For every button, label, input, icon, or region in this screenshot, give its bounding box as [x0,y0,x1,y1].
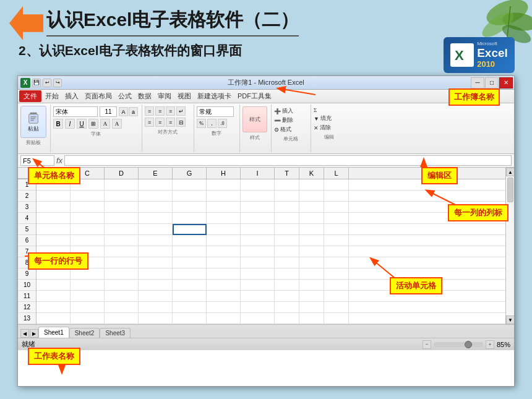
grid-cell[interactable] [299,302,324,313]
grid-cell[interactable] [139,257,173,268]
grid-cell[interactable] [324,179,349,191]
grid-cell[interactable] [299,257,324,268]
zoom-thumb[interactable] [465,341,472,348]
grid-cell[interactable] [36,291,71,302]
grid-cell[interactable] [139,202,173,213]
grid-cell[interactable] [207,313,241,324]
sheet-tab-sheet3[interactable]: Sheet3 [100,328,131,338]
formula-input[interactable] [64,155,512,166]
grid-cell[interactable] [71,291,105,302]
menu-view[interactable]: 视图 [175,90,194,102]
grid-cell[interactable] [71,213,105,224]
menu-start[interactable]: 开始 [43,90,61,102]
style-btn[interactable]: 样式 [242,106,267,132]
menu-newtab[interactable]: 新建选项卡 [195,90,234,102]
align-right-btn[interactable]: ≡ [166,118,175,127]
percent-btn[interactable]: % [197,119,206,128]
clear-btn[interactable]: ✕清除 [314,124,345,132]
vertical-scrollbar[interactable]: ▲ ▼ [505,168,514,324]
grid-cell[interactable] [36,202,71,213]
grid-cell[interactable] [139,191,173,202]
grid-cell[interactable] [71,191,105,202]
close-btn[interactable]: ✕ [499,77,513,88]
grid-cell[interactable] [299,280,324,291]
align-top-btn[interactable]: ≡ [145,106,154,116]
grid-cell[interactable] [241,235,275,246]
minimize-btn[interactable]: ─ [471,77,484,88]
menu-review[interactable]: 审阅 [155,90,174,102]
grid-cell[interactable] [275,179,299,191]
menu-layout[interactable]: 页面布局 [82,90,114,102]
zoom-in-btn[interactable]: + [486,340,494,349]
grid-cell[interactable] [173,235,207,246]
sheet-tab-sheet2[interactable]: Sheet2 [69,328,100,338]
grid-cell[interactable] [173,246,207,257]
grid-cell[interactable] [241,302,275,313]
grid-cell[interactable] [71,224,105,235]
insert-cell-btn[interactable]: ➕插入 [274,107,307,115]
grid-cell[interactable] [36,268,71,280]
grid-cell[interactable] [71,302,105,313]
number-format-select[interactable]: 常规 [197,106,234,117]
grid-cell[interactable] [275,291,299,302]
grid-cell[interactable] [105,291,139,302]
grid-cell[interactable] [36,224,71,235]
grid-cell[interactable] [207,302,241,313]
grid-cell[interactable] [324,280,349,291]
grid-cell[interactable] [241,224,275,235]
grid-cell[interactable] [105,224,139,235]
grid-cell[interactable] [324,291,349,302]
grid-cell[interactable] [71,268,105,280]
grid-cell[interactable] [207,257,241,268]
grid-cell[interactable] [139,313,173,324]
grid-cell[interactable] [275,246,299,257]
grid-cell[interactable] [324,224,349,235]
grid-cell[interactable] [105,257,139,268]
grid-cell[interactable] [207,179,241,191]
grid-cell[interactable] [105,302,139,313]
grid-cell[interactable] [207,213,241,224]
increase-font-btn[interactable]: A [119,107,128,116]
grid-cell[interactable] [71,280,105,291]
grid-cell[interactable] [324,235,349,246]
grid-cell[interactable] [324,191,349,202]
grid-cell[interactable] [139,235,173,246]
grid-cell[interactable] [275,202,299,213]
grid-cell[interactable] [241,291,275,302]
grid-cell[interactable] [173,191,207,202]
grid-cell[interactable] [299,202,324,213]
bold-btn[interactable]: B [53,119,63,129]
grid-cell[interactable] [71,202,105,213]
grid-cell[interactable] [299,235,324,246]
grid-cell[interactable] [36,280,71,291]
grid-cell[interactable] [139,268,173,280]
scroll-track[interactable] [506,176,514,315]
grid-cell[interactable] [299,191,324,202]
zoom-out-btn[interactable]: − [423,340,431,349]
font-size-select[interactable]: 11 [100,106,117,117]
grid-cell[interactable] [139,280,173,291]
grid-cell[interactable] [207,224,241,235]
grid-cell[interactable] [36,191,71,202]
align-left-btn[interactable]: ≡ [145,118,154,127]
grid-cell[interactable] [207,246,241,257]
grid-cell[interactable] [207,191,241,202]
grid-cell[interactable] [275,268,299,280]
grid-cell[interactable] [241,202,275,213]
grid-cell[interactable] [299,313,324,324]
sheet-tab-sheet1[interactable]: Sheet1 [38,327,69,338]
grid-cell[interactable] [36,313,71,324]
grid-cell[interactable] [241,268,275,280]
decrease-font-btn[interactable]: a [129,107,138,116]
comma-btn[interactable]: , [207,119,217,128]
restore-btn[interactable]: □ [485,77,499,88]
menu-data[interactable]: 数据 [135,90,154,102]
grid-cell[interactable] [207,280,241,291]
grid-cell[interactable] [241,179,275,191]
grid-cell[interactable] [299,224,324,235]
active-cell[interactable] [173,224,207,235]
file-menu[interactable]: 文件 [19,90,41,102]
grid-cell[interactable] [324,313,349,324]
sheet-prev-btn[interactable]: ◀ [20,329,29,338]
grid-cell[interactable] [71,313,105,324]
